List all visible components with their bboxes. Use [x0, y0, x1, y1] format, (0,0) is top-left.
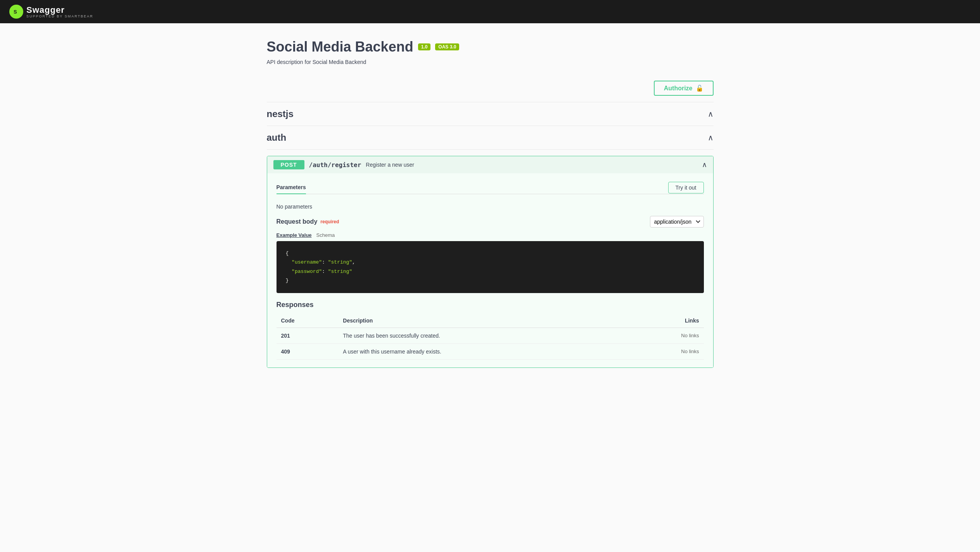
example-value-tab[interactable]: Example Value: [277, 232, 312, 238]
endpoint-summary: Register a new user: [366, 162, 697, 168]
code-username-key: "username": [292, 259, 322, 265]
no-params-text: No parameters: [277, 200, 704, 216]
links-column-header: Links: [630, 314, 703, 328]
authorize-label: Authorize: [664, 85, 693, 92]
code-comma1: ,: [352, 259, 355, 265]
response-code-409: 409: [277, 343, 339, 359]
main-content: Social Media Backend 1.0 OAS 3.0 API des…: [258, 23, 723, 383]
responses-section: Responses Code Description Links 201 The…: [277, 301, 704, 360]
code-colon2: :: [322, 269, 328, 274]
parameters-tab[interactable]: Parameters: [277, 181, 306, 194]
response-description-409: A user with this username already exists…: [338, 343, 630, 359]
nestjs-chevron-icon: ∧: [708, 109, 714, 119]
nestjs-section-header[interactable]: nestjs ∧: [267, 102, 714, 126]
responses-title: Responses: [277, 301, 704, 309]
swagger-logo-text-group: Swagger Supported by SMARTBEAR: [26, 5, 93, 18]
schema-tab[interactable]: Schema: [316, 232, 335, 238]
request-body-title: Request body required: [277, 218, 339, 225]
auth-row: Authorize 🔓: [267, 74, 714, 102]
example-tabs: Example Value Schema: [277, 232, 704, 238]
api-description: API description for Social Media Backend: [267, 59, 714, 65]
method-badge: POST: [273, 160, 304, 169]
swagger-logo-subtext: Supported by SMARTBEAR: [26, 14, 93, 18]
code-open-brace: {: [286, 250, 289, 256]
code-password-key: "password": [292, 269, 322, 274]
content-type-selector[interactable]: application/json: [650, 216, 704, 228]
endpoint-path: /auth/register: [309, 161, 361, 169]
lock-icon: 🔓: [696, 85, 703, 92]
code-password-value: "string": [328, 269, 352, 274]
endpoint-chevron-icon: ∧: [702, 160, 707, 169]
description-column-header: Description: [338, 314, 630, 328]
code-column-header: Code: [277, 314, 339, 328]
response-links-409: No links: [630, 343, 703, 359]
endpoint-body: Parameters Try it out No parameters Requ…: [267, 173, 713, 367]
code-example-block: { "username": "string", "password": "str…: [277, 241, 704, 293]
tabs-row: Parameters Try it out: [277, 181, 704, 194]
app-header: S Swagger Supported by SMARTBEAR: [0, 0, 980, 23]
table-row: 409 A user with this username already ex…: [277, 343, 704, 359]
code-indent2: [286, 269, 292, 274]
response-description-201: The user has been successfully created.: [338, 328, 630, 343]
required-badge: required: [320, 219, 339, 224]
endpoint-header[interactable]: POST /auth/register Register a new user …: [267, 156, 713, 173]
authorize-button[interactable]: Authorize 🔓: [654, 81, 714, 96]
request-body-header: Request body required application/json: [277, 216, 704, 228]
code-username-value: "string": [328, 259, 352, 265]
responses-table: Code Description Links 201 The user has …: [277, 314, 704, 360]
api-title: Social Media Backend 1.0 OAS 3.0: [267, 39, 714, 55]
nestjs-section-title: nestjs: [267, 109, 294, 119]
auth-chevron-icon: ∧: [708, 133, 714, 142]
svg-text:S: S: [14, 9, 17, 15]
code-close-brace: }: [286, 278, 289, 283]
code-indent1: [286, 259, 292, 265]
swagger-logo-icon: S: [9, 5, 23, 19]
title-area: Social Media Backend 1.0 OAS 3.0 API des…: [267, 39, 714, 65]
responses-table-header-row: Code Description Links: [277, 314, 704, 328]
api-title-text: Social Media Backend: [267, 39, 413, 55]
swagger-logo: S Swagger Supported by SMARTBEAR: [9, 5, 93, 19]
version-badge: 1.0: [418, 43, 431, 50]
code-colon1: :: [322, 259, 328, 265]
content-type-select[interactable]: application/json: [650, 216, 704, 228]
response-links-201: No links: [630, 328, 703, 343]
swagger-logo-text: Swagger: [26, 5, 65, 15]
response-code-201: 201: [277, 328, 339, 343]
oas-badge: OAS 3.0: [435, 43, 459, 50]
endpoint-post-auth-register: POST /auth/register Register a new user …: [267, 156, 714, 368]
table-row: 201 The user has been successfully creat…: [277, 328, 704, 343]
auth-section-header[interactable]: auth ∧: [267, 126, 714, 150]
request-body-label: Request body: [277, 218, 318, 225]
try-it-out-button[interactable]: Try it out: [668, 182, 704, 193]
auth-section-title: auth: [267, 132, 287, 143]
